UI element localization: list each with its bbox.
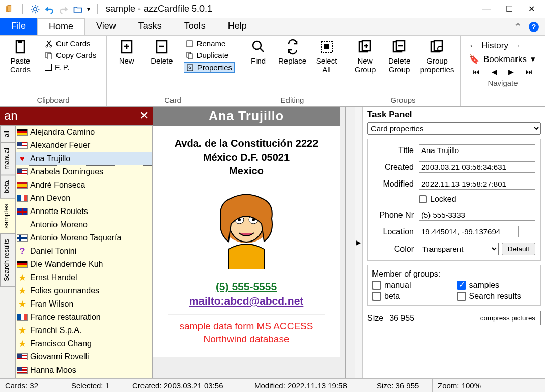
history-label[interactable]: History: [481, 41, 508, 51]
prop-phone-input[interactable]: [419, 209, 535, 221]
menu-home[interactable]: Home: [37, 18, 85, 35]
maximize-button[interactable]: ☐: [506, 4, 513, 14]
card-mail-link[interactable]: mailto:abcd@abcd.net: [189, 295, 304, 307]
flag-icon: ?: [17, 248, 28, 255]
menu-view[interactable]: View: [85, 18, 127, 35]
delete-card-button[interactable]: Delete: [146, 39, 177, 66]
list-item[interactable]: André Fonseca: [16, 178, 152, 192]
bookmarks-icon[interactable]: 🔖: [469, 54, 479, 65]
task-panel-selector[interactable]: Card properties: [367, 122, 541, 135]
list-item[interactable]: ★Franchi S.p.A.: [16, 324, 152, 337]
prop-color-select[interactable]: Transparent: [419, 243, 499, 255]
dropdown-icon[interactable]: ▾: [531, 54, 535, 65]
select-all-button[interactable]: Select All: [311, 39, 341, 74]
svg-rect-18: [324, 44, 329, 49]
new-card-button[interactable]: New: [111, 39, 142, 66]
list-item[interactable]: Giovanni Rovelli: [16, 350, 152, 364]
list-item[interactable]: Die Wandernde Kuh: [16, 258, 152, 271]
list-item[interactable]: ?Daniel Tonini: [16, 245, 152, 258]
duplicate-card-button[interactable]: Duplicate: [184, 50, 235, 60]
replace-button[interactable]: Replace: [277, 39, 307, 66]
list-item[interactable]: ★Ernst Handel: [16, 271, 152, 284]
nav-first-icon[interactable]: ⏮: [473, 68, 480, 76]
settings-icon[interactable]: [30, 4, 40, 14]
collapse-ribbon-icon[interactable]: ⌃: [514, 21, 522, 33]
menu-help[interactable]: Help: [217, 18, 258, 35]
sidebar-tab-Search-results[interactable]: Search results: [0, 233, 15, 287]
menu-tools[interactable]: Tools: [173, 18, 217, 35]
qat-dropdown-icon[interactable]: ▾: [87, 6, 90, 13]
sidebar-tab-manual[interactable]: manual: [0, 142, 15, 175]
nav-prev-icon[interactable]: ◀: [492, 68, 497, 76]
find-button[interactable]: Find: [243, 39, 273, 66]
locked-checkbox[interactable]: Locked: [419, 195, 535, 204]
clear-search-icon[interactable]: ✕: [139, 109, 149, 123]
group-properties-button[interactable]: Group properties: [418, 39, 456, 74]
card-properties-box: Title Created Modified Locked Phone Nr L…: [367, 139, 541, 261]
list-item[interactable]: ♥Ana Trujillo: [16, 152, 152, 165]
sidebar-tab-samples[interactable]: samples: [0, 198, 15, 234]
cut-cards-button[interactable]: Cut Cards: [43, 39, 98, 48]
list-item[interactable]: France restauration: [16, 311, 152, 324]
card-scrollbar[interactable]: [346, 107, 355, 378]
status-cards: Cards: 32: [0, 379, 66, 392]
nav-last-icon[interactable]: ⏭: [526, 68, 533, 76]
list-item[interactable]: Antonio Moreno: [16, 218, 152, 231]
minimize-button[interactable]: —: [482, 4, 491, 14]
open-folder-icon[interactable]: [73, 4, 83, 14]
bookmarks-label[interactable]: Bookmarks: [483, 54, 527, 65]
sidebar: an ✕ allmanualbetasamplesSearch results …: [0, 107, 153, 378]
prop-modified-input[interactable]: [419, 178, 535, 190]
prop-title-input[interactable]: [419, 144, 535, 156]
default-color-button[interactable]: Default: [502, 243, 535, 255]
list-item[interactable]: ★Fran Wilson: [16, 297, 152, 311]
list-item[interactable]: Antonio Moreno Taquería: [16, 231, 152, 245]
history-fwd-icon[interactable]: →: [512, 41, 521, 51]
list-item-label: Ernst Handel: [30, 272, 77, 284]
map-button[interactable]: [522, 226, 535, 237]
group-search-checkbox[interactable]: Search results: [457, 292, 537, 301]
group-manual-checkbox[interactable]: manual: [372, 281, 452, 290]
undo-icon[interactable]: [44, 4, 54, 14]
paste-cards-button[interactable]: Paste Cards: [4, 39, 37, 74]
flag-icon: ★: [17, 274, 28, 281]
help-icon[interactable]: ?: [529, 22, 539, 32]
flag-icon: ★: [17, 287, 28, 294]
sidebar-tab-beta[interactable]: beta: [0, 175, 15, 199]
card-header: Ana Trujillo: [153, 107, 340, 126]
search-bar[interactable]: an ✕: [0, 107, 153, 125]
list-item[interactable]: ★Folies gourmandes: [16, 284, 152, 297]
rename-card-button[interactable]: Rename: [184, 39, 235, 48]
card-list[interactable]: Alejandra CaminoAlexander Feuer♥Ana Truj…: [15, 125, 153, 378]
sidebar-tab-all[interactable]: all: [0, 125, 15, 143]
close-button[interactable]: ✕: [528, 4, 535, 14]
group-beta-checkbox[interactable]: beta: [372, 292, 452, 301]
card-properties-button[interactable]: Properties: [184, 62, 235, 73]
panel-expander-icon[interactable]: ▶: [355, 107, 363, 378]
history-back-icon[interactable]: ←: [469, 41, 477, 51]
task-panel-title: Task Panel: [367, 110, 541, 120]
nav-next-icon[interactable]: ▶: [508, 68, 514, 76]
quick-access-toolbar: ▾: [5, 4, 101, 14]
fp-checkbox[interactable]: F. P.: [43, 62, 98, 72]
new-group-button[interactable]: New Group: [350, 39, 380, 74]
list-item[interactable]: Ann Devon: [16, 192, 152, 205]
group-samples-checkbox[interactable]: samples: [457, 281, 537, 290]
prop-location-input[interactable]: [419, 226, 519, 237]
svg-point-2: [34, 7, 37, 11]
status-zoom: Zoom: 100%: [433, 379, 545, 392]
list-item[interactable]: Anabela Domingues: [16, 165, 152, 178]
redo-icon[interactable]: [59, 4, 69, 14]
card-phone-link[interactable]: (5) 555-5555: [216, 281, 277, 292]
list-item[interactable]: Hanna Moos: [16, 364, 152, 377]
prop-created-input[interactable]: [419, 161, 535, 173]
menu-tasks[interactable]: Tasks: [127, 18, 173, 35]
menu-file[interactable]: File: [0, 18, 37, 35]
compress-pictures-button[interactable]: compress pictures: [475, 311, 541, 325]
list-item[interactable]: Alexander Feuer: [16, 139, 152, 152]
list-item[interactable]: Annette Roulets: [16, 205, 152, 218]
copy-cards-button[interactable]: Copy Cards: [43, 50, 98, 60]
list-item[interactable]: Alejandra Camino: [16, 126, 152, 139]
list-item[interactable]: ★Francisco Chang: [16, 337, 152, 350]
delete-group-button[interactable]: Delete Group: [384, 39, 414, 74]
